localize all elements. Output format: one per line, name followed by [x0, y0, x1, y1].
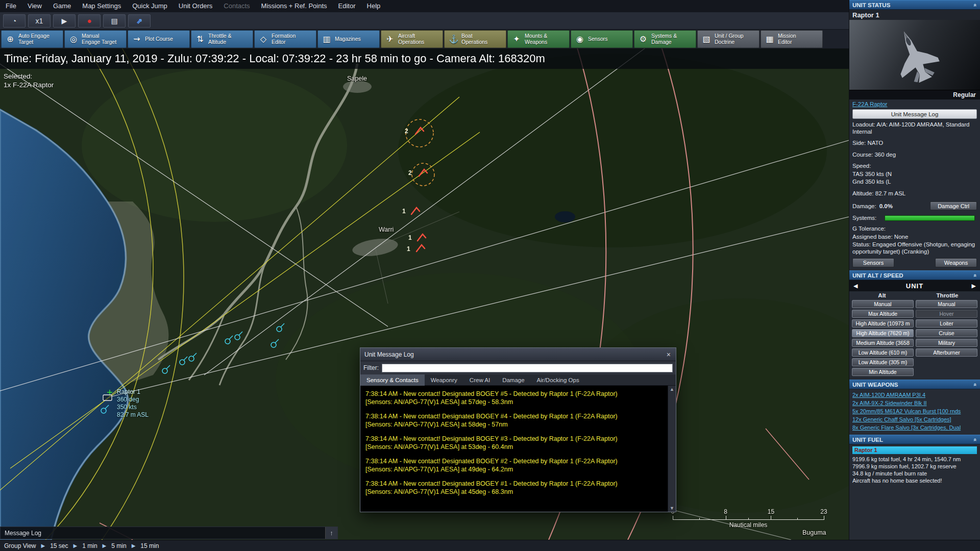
hostile-contact-icon[interactable]: [411, 208, 420, 214]
menu-map-settings[interactable]: Map Settings: [77, 0, 127, 12]
window-titlebar[interactable]: Unit Message Log ×: [360, 348, 676, 361]
play-button[interactable]: ▶: [53, 14, 76, 28]
play-step-icon[interactable]: ▶: [74, 543, 78, 548]
alt-medium-button[interactable]: Medium Altitude (3658: [852, 339, 914, 347]
weapon-link[interactable]: 2x AIM-120D AMRAAM P3I.4: [849, 391, 980, 399]
scroll-down-icon[interactable]: ▼: [670, 506, 674, 511]
tab-crew-ai[interactable]: Crew AI: [463, 374, 496, 386]
unit-group-doctrine-button[interactable]: ▧ Unit / GroupDoctrine: [697, 30, 760, 48]
clock-button[interactable]: ◔: [3, 14, 26, 28]
throttle-loiter-button[interactable]: Loiter: [916, 319, 977, 328]
weapon-link[interactable]: 12x Generic Chaff Salvo [5x Cartridges]: [849, 415, 980, 423]
button-label: Weapons: [525, 39, 547, 45]
alt-manual-button[interactable]: Manual: [852, 300, 914, 308]
unit-status-header[interactable]: UNIT STATUS «: [849, 0, 980, 10]
play-step-icon[interactable]: ▶: [41, 543, 45, 548]
damage-ctrl-button[interactable]: Damage Ctrl: [930, 202, 977, 210]
menu-file[interactable]: File: [0, 0, 22, 12]
plot-course-button[interactable]: ⇝ Plot Course: [128, 30, 190, 48]
menu-editor[interactable]: Editor: [333, 0, 361, 12]
map-canvas[interactable]: 2 2 1 1 1 Time: Fri: [0, 48, 849, 540]
interval-5min[interactable]: 5 min: [111, 542, 126, 549]
unit-fuel-header[interactable]: UNIT FUEL «: [849, 435, 980, 444]
menu-quick-jump[interactable]: Quick Jump: [127, 0, 173, 12]
next-unit-arrow[interactable]: ▶: [968, 283, 980, 289]
systems-damage-button[interactable]: ⚙ Systems &Damage: [634, 30, 696, 48]
time-control-bar: ◔ x1 ▶ ● ▤ ⇗: [0, 12, 849, 30]
menu-missions-ref-points[interactable]: Missions + Ref. Points: [256, 0, 333, 12]
friendly-contact-icon[interactable]: [189, 353, 197, 361]
interval-15min[interactable]: 15 min: [140, 542, 159, 549]
alt-high-7620-button[interactable]: High Altitude (7620 m): [852, 329, 914, 337]
boat-operations-button[interactable]: ⚓ BoatOperations: [444, 30, 506, 48]
message-log-bar[interactable]: Message Log ↑: [0, 527, 338, 539]
button-label: Operations: [398, 39, 424, 45]
friendly-contact-icon[interactable]: [180, 357, 187, 365]
menu-view[interactable]: View: [22, 0, 47, 12]
throttle-military-button[interactable]: Military: [916, 339, 977, 347]
tab-damage[interactable]: Damage: [496, 374, 530, 386]
alt-low-305-button[interactable]: Low Altitude (305 m): [852, 358, 914, 366]
alt-max-button[interactable]: Max Altitude: [852, 310, 914, 318]
throttle-afterburner-button[interactable]: Afterburner: [916, 348, 977, 357]
play-icon: ▶: [62, 17, 67, 25]
weapon-link[interactable]: 2x AIM-9X-2 Sidewinder Blk II: [849, 399, 980, 407]
unit-message-log-button[interactable]: Unit Message Log: [852, 109, 977, 119]
record-button[interactable]: ●: [78, 14, 101, 28]
alt-min-button[interactable]: Min Altitude: [852, 368, 914, 376]
prev-unit-arrow[interactable]: ◀: [849, 283, 862, 289]
tab-sensory-contacts[interactable]: Sensory & Contacts: [360, 374, 425, 386]
weapons-detail-button[interactable]: Weapons: [935, 258, 977, 267]
menu-help[interactable]: Help: [361, 0, 386, 12]
friendly-contact-icon[interactable]: [235, 332, 242, 340]
interval-1min[interactable]: 1 min: [82, 542, 97, 549]
mission-editor-button[interactable]: ▦ MissionEditor: [761, 30, 823, 48]
fuel-selected-unit[interactable]: Raptor 1: [852, 446, 977, 454]
weapon-link[interactable]: 5x 20mm/85 M61A2 Vulcan Burst [100 rnds: [849, 407, 980, 415]
hostile-contact-icon[interactable]: [416, 245, 425, 252]
hostile-contact-icon[interactable]: [418, 234, 426, 241]
friendly-contact-icon[interactable]: [162, 365, 170, 373]
interval-15sec[interactable]: 15 sec: [50, 542, 68, 549]
unit-type-link[interactable]: F-22A Raptor: [852, 101, 887, 107]
weapon-link[interactable]: 8x Generic Flare Salvo [3x Cartridges, D…: [849, 423, 980, 432]
radar-icon: ◉: [575, 36, 584, 42]
play-step-icon[interactable]: ▶: [103, 543, 107, 548]
print-button[interactable]: ▤: [103, 14, 126, 28]
aircraft-operations-button[interactable]: ✈ AircraftOperations: [381, 30, 443, 48]
magazines-button[interactable]: ▥ Magazines: [317, 30, 380, 48]
throttle-altitude-button[interactable]: ⇅ Throttle &Altitude: [191, 30, 253, 48]
fuel-mission-text: 7996.9 kg mission fuel, 1202.7 kg reserv…: [849, 463, 980, 470]
mounts-weapons-button[interactable]: ✦ Mounts &Weapons: [507, 30, 570, 48]
message-log-expand-button[interactable]: ↑: [325, 527, 337, 539]
throttle-manual-button[interactable]: Manual: [916, 300, 977, 308]
friendly-contact-icon[interactable]: [271, 339, 279, 347]
group-view-toggle[interactable]: Group View: [4, 542, 36, 549]
scroll-up-icon[interactable]: ▲: [670, 387, 674, 392]
formation-editor-button[interactable]: ◇ FormationEditor: [254, 30, 316, 48]
proficiency-label: Regular: [849, 90, 980, 99]
filter-input[interactable]: [382, 364, 673, 372]
menu-unit-orders[interactable]: Unit Orders: [173, 0, 218, 12]
tab-air-docking-ops[interactable]: Air/Docking Ops: [531, 374, 585, 386]
menu-game[interactable]: Game: [47, 0, 77, 12]
throttle-cruise-button[interactable]: Cruise: [916, 329, 977, 337]
close-icon[interactable]: ×: [666, 350, 672, 359]
time-compression-button[interactable]: x1: [28, 14, 51, 28]
alt-column-header: Alt: [849, 292, 915, 298]
unit-alt-speed-header[interactable]: UNIT ALT / SPEED «: [849, 270, 980, 280]
side-text: Side: NATO: [849, 139, 980, 147]
auto-engage-target-button[interactable]: ⊕ Auto EngageTarget: [1, 30, 63, 48]
sensors-detail-button[interactable]: Sensors: [852, 258, 894, 267]
sensors-button[interactable]: ◉ Sensors: [571, 30, 633, 48]
friendly-contact-icon[interactable]: [277, 323, 284, 332]
friendly-contact-icon[interactable]: [225, 336, 233, 344]
alt-high-10973-button[interactable]: High Altitude (10973 m: [852, 319, 914, 328]
jump-button[interactable]: ⇗: [128, 14, 151, 28]
unit-weapons-header[interactable]: UNIT WEAPONS «: [849, 380, 980, 389]
alt-low-610-button[interactable]: Low Altitude (610 m): [852, 348, 914, 357]
tab-weaponry[interactable]: Weaponry: [425, 374, 463, 386]
play-step-icon[interactable]: ▶: [132, 543, 136, 548]
manual-engage-target-button[interactable]: ◎ ManualEngage Target: [64, 30, 127, 48]
scrollbar[interactable]: ▲ ▼: [668, 386, 676, 512]
